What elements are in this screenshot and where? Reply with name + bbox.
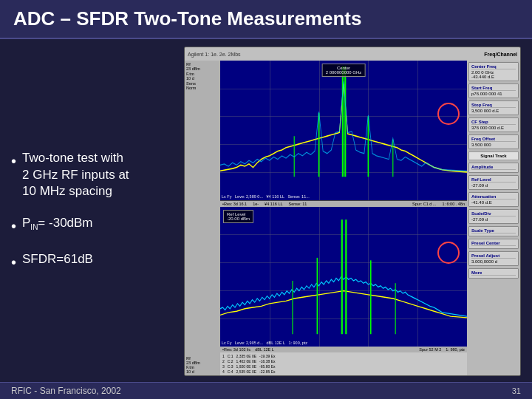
param-left: Rf 23 dBm F.tm 10 d Sens Norm Rf (185, 61, 220, 375)
display-bottom-inner: Ref Level -20.00 dBm Lc Fy Leve: 2,905 d… (220, 207, 467, 347)
inst-header-left: Agilent 1: 1e. 2e. 2Mbs (188, 52, 241, 57)
inst-header-right: Freq/Channel (484, 52, 517, 57)
display-bottom: Ref Level -20.00 dBm Lc Fy Leve: 2,905 d… (220, 207, 467, 347)
page-number: 31 (512, 386, 521, 395)
more-control[interactable]: More (468, 268, 519, 279)
param-right: Center Freq 2.00 0 GHz -43.440 d.E Start… (467, 61, 520, 375)
bullet-item-3: • SFDR=61dB (11, 251, 174, 273)
content-area: • Two-tone test with2 GHz RF inputs at10… (0, 39, 532, 382)
center-freq-control: Center Freq 2.00 0 GHz -43.440 d.E (468, 62, 519, 81)
bullet-item-2: • PIN= -30dBm (11, 215, 174, 236)
data-col-3: 2,335 0E 0E 1,402 0E 0E 1,920 0E 0E 2,53… (236, 354, 257, 374)
stop-freq-control: Stop Freq 3,500 000 d.E (468, 100, 519, 115)
title-bar: ADC – SFDR Two-Tone Measurements (0, 0, 532, 39)
cf-step-control: CF Step 376 000 000 d.E (468, 117, 519, 132)
amplitude-control: Amplitude (468, 163, 519, 173)
meas-readout-bottom: Lc Fy Leve: 2,905 d... dBL 12E L 1: 900,… (222, 341, 307, 345)
param-row-2: F.tm 10 d (186, 72, 219, 81)
presel-adjust-control: Presel Adjust 3.000,0000 d (468, 251, 519, 266)
bullet-text-1: Two-tone test with2 GHz RF inputs at10 M… (22, 150, 129, 201)
scale-div-control: Scale/Div -27.09 d (468, 209, 519, 224)
footer-bar: RFIC - San Francisco, 2002 31 (0, 382, 532, 399)
param-row-1: Rf 23 dBm (186, 62, 219, 71)
display-top-inner: Center 2 000000000 GHz Lc Fy Leve: 2,589… (220, 61, 467, 200)
slide: ADC – SFDR Two-Tone Measurements • Two-t… (0, 0, 532, 399)
center-freq-box: Center 2 000000000 GHz (322, 64, 366, 77)
signal-track-label: Signal Track (468, 151, 519, 160)
param-row-3: Sens Norm (186, 81, 219, 90)
presel-center-control: Presel Center (468, 239, 519, 249)
ref-level-box: Ref Level -20.00 dBm (223, 210, 253, 223)
mid-param-row: •Res: 3d 16.1 1e- ¥4 116 LL Sense: 11 Sp… (220, 201, 467, 207)
display-top: Center 2 000000000 GHz Lc Fy Leve: 2,589… (220, 61, 467, 201)
spectrum-svg-top (220, 61, 467, 200)
bullet-dot-3: • (11, 252, 16, 273)
bullet-dot-1: • (11, 151, 16, 171)
data-col-1: 1 2 3 4 (222, 354, 225, 374)
scale-type-control: Scale Type (468, 226, 519, 236)
spectrum-analyzer: Agilent 1: 1e. 2e. 2Mbs Freq/Channel Rf … (184, 47, 521, 376)
bullet-points: • Two-tone test with2 GHz RF inputs at10… (11, 47, 174, 376)
slide-title: ADC – SFDR Two-Tone Measurements (13, 7, 361, 30)
ref-level-value: -20.00 dBm (227, 216, 250, 221)
ref-level-control: Ref Level -27.09 d (468, 175, 519, 190)
bullet-text-2: PIN= -30dBm (22, 215, 93, 233)
display-center: Center 2 000000000 GHz Lc Fy Leve: 2,589… (220, 61, 467, 375)
bottom-readout-row: •Res: 3d 102 lic dBL 12E L Spur 52 M 2 1… (220, 347, 467, 352)
bullet-dot-2: • (11, 216, 16, 236)
data-col-2: C:1 C:2 C:3 C:4 (228, 354, 233, 374)
status-bar: File Operation Status: C:\SCN\153.DIF fi… (185, 375, 520, 376)
analyzer-body: Rf 23 dBm F.tm 10 d Sens Norm Rf (185, 61, 520, 375)
attenuation-control: Attenuation -41.40 d.E (468, 192, 519, 207)
inst-header: Agilent 1: 1e. 2e. 2Mbs Freq/Channel (185, 47, 520, 61)
data-col-4: -19.39 Ex -16.38 Ex -65.80 Ex -22.85 Ex (259, 354, 275, 374)
spectrum-svg-bottom (220, 207, 467, 347)
center-freq-value: 2 000000000 GHz (326, 70, 362, 75)
bullet-item-1: • Two-tone test with2 GHz RF inputs at10… (11, 150, 174, 201)
param-row-bottom: Rf 23 dBm F.tm 10 d (186, 356, 219, 374)
freq-offset-control: Freq Offset 3.500 000 (468, 134, 519, 149)
meas-readout-top: Lc Fy Leve: 2,589 0... ¥4 116 LL Sense: … (222, 194, 310, 199)
footer-text: RFIC - San Francisco, 2002 (11, 386, 121, 396)
data-table: 1 2 3 4 C:1 C:2 C:3 C:4 2,335 0E 0E (220, 352, 467, 375)
start-freq-control: Start Freq p76.000 000 41 (468, 83, 519, 98)
bullet-text-3: SFDR=61dB (22, 251, 93, 268)
